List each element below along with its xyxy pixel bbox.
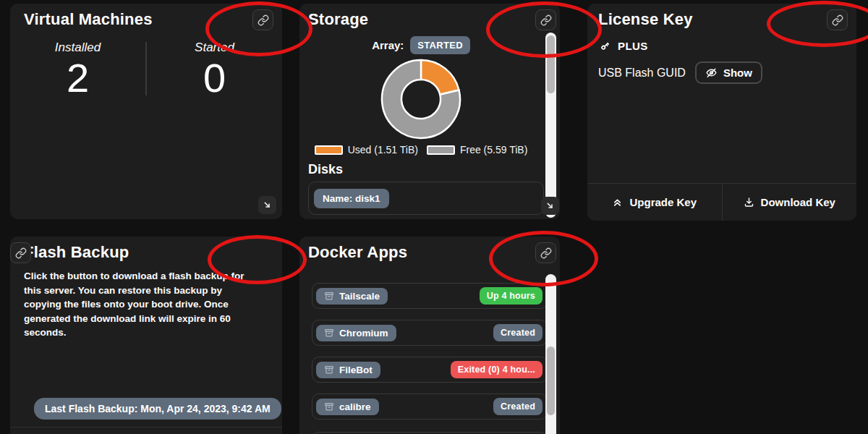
license-footer: Upgrade Key Download Key: [587, 183, 856, 221]
upgrade-key-button[interactable]: Upgrade Key: [587, 184, 723, 221]
docker-app-name: Tailscale: [339, 291, 380, 302]
docker-app-status-badge: Exited (0) 4 hou...: [451, 361, 542, 378]
docker-apps-title: Docker Apps: [308, 243, 516, 262]
storage-title: Storage: [308, 10, 516, 29]
container-icon: [324, 401, 334, 412]
download-key-label: Download Key: [761, 196, 835, 208]
storage-resize-handle[interactable]: [541, 197, 559, 215]
download-key-button[interactable]: Download Key: [723, 184, 857, 221]
docker-app-name: Chromium: [339, 328, 388, 339]
annotation-ellipse: [205, 1, 312, 56]
docker-scrollbar-track[interactable]: [545, 274, 556, 434]
docker-app-chip[interactable]: calibre: [316, 399, 379, 415]
link-icon: [15, 247, 27, 259]
flash-footer-divider: [10, 427, 282, 427]
resize-arrow-icon: [262, 200, 273, 210]
disk-name-chip: Name: disk1: [314, 189, 389, 208]
array-donut-chart: [380, 58, 462, 140]
disk-row: Name: disk1: [308, 182, 544, 215]
upgrade-key-label: Upgrade Key: [629, 196, 697, 208]
legend-free-label: Free (5.59 TiB): [460, 144, 527, 156]
download-icon: [744, 197, 754, 208]
donut-legend: Used (1.51 TiB) Free (5.59 TiB): [299, 144, 542, 156]
annotation-ellipse: [489, 231, 598, 286]
vm-started-value: 0: [147, 58, 282, 98]
docker-scrollbar-thumb[interactable]: [547, 346, 555, 415]
license-tier: PLUS: [618, 40, 648, 52]
key-icon: [599, 40, 611, 52]
container-icon: [324, 365, 334, 375]
docker-app-status-badge: Created: [493, 398, 542, 415]
eye-slash-icon: [705, 67, 718, 79]
docker-app-chip[interactable]: Chromium: [316, 325, 396, 341]
storage-scrollbar-track[interactable]: [545, 33, 556, 218]
docker-app-name: FileBot: [339, 365, 373, 375]
docker-app-chip[interactable]: Tailscale: [316, 288, 388, 305]
dashboard: Virtual Machines Installed 2 Started 0 S…: [0, 0, 868, 434]
resize-arrow-icon: [545, 200, 556, 211]
legend-used-label: Used (1.51 TiB): [348, 144, 418, 156]
docker-app-row: Tailscale Up 4 hours: [312, 283, 548, 309]
docker-app-row: Chromium Created: [312, 320, 548, 346]
container-icon: [324, 328, 334, 338]
annotation-ellipse: [208, 235, 307, 284]
legend-free-swatch: [427, 145, 455, 155]
flash-backup-link-button[interactable]: [10, 242, 31, 263]
array-label: Array:: [372, 39, 404, 51]
container-icon: [324, 291, 334, 301]
guid-label: USB Flash GUID: [598, 67, 686, 80]
last-flash-backup-chip: Last Flash Backup: Mon, Apr 24, 2023, 9:…: [34, 398, 281, 420]
docker-apps-list: Tailscale Up 4 hours Chromium Created Fi…: [312, 283, 548, 430]
legend-used-swatch: [315, 145, 343, 155]
show-guid-button[interactable]: Show: [695, 61, 762, 84]
docker-app-row: calibre Created: [312, 393, 548, 420]
flash-backup-description: Click the button to download a flash bac…: [24, 269, 258, 340]
flash-backup-title: Flash Backup: [24, 243, 239, 262]
docker-app-row: FileBot Exited (0) 4 hou...: [312, 357, 548, 383]
vm-resize-handle[interactable]: [258, 196, 276, 214]
docker-app-status-badge: Created: [493, 324, 542, 341]
vm-installed-label: Installed: [10, 41, 145, 55]
docker-app-status-badge: Up 4 hours: [480, 287, 542, 305]
array-status-badge: STARTED: [410, 36, 470, 54]
angles-up-icon: [612, 197, 623, 208]
disks-heading: Disks: [308, 162, 560, 177]
vm-installed-value: 2: [10, 58, 145, 98]
annotation-ellipse: [486, 1, 602, 58]
docker-app-name: calibre: [339, 401, 371, 412]
docker-app-chip[interactable]: FileBot: [316, 362, 380, 378]
show-guid-label: Show: [723, 67, 752, 79]
